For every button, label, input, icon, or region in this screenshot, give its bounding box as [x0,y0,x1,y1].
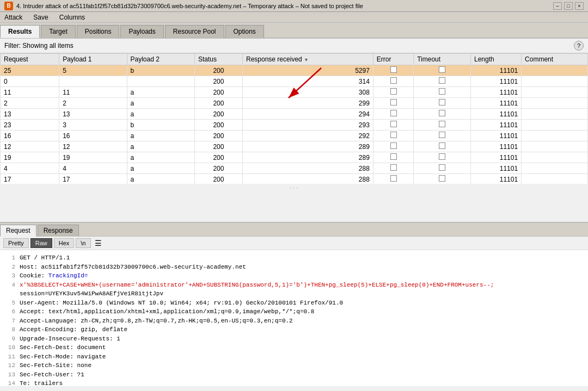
error-checkbox[interactable] [390,164,397,171]
window-controls: – □ × [553,2,584,10]
code-line: 1GET / HTTP/1.1 [4,253,584,263]
table-row[interactable]: 255b200529711101 [1,65,588,76]
results-table: Request Payload 1 Payload 2 Status Respo… [0,53,588,184]
tab-options[interactable]: Options [225,25,264,38]
error-checkbox[interactable] [390,132,397,138]
error-checkbox[interactable] [390,99,397,105]
col-header-length[interactable]: Length [470,54,521,65]
timeout-checkbox[interactable] [439,88,445,95]
tab-payloads[interactable]: Payloads [120,25,163,38]
error-checkbox[interactable] [390,110,397,116]
tab-target[interactable]: Target [41,25,75,38]
code-line: 5User-Agent: Mozilla/5.0 (Windows NT 10.… [4,299,584,308]
col-header-payload1[interactable]: Payload 1 [59,54,127,65]
tab-results[interactable]: Results [0,25,40,38]
table-row[interactable]: 233b20029311101 [1,120,588,131]
error-checkbox[interactable] [390,121,397,127]
table-row[interactable]: 1212a20028911101 [1,141,588,152]
table-row[interactable]: 22a20029911101 [1,98,588,109]
timeout-checkbox[interactable] [439,164,445,171]
pretty-button[interactable]: Pretty [3,238,29,248]
help-button[interactable]: ? [574,41,584,51]
code-line: 3Cookie: TrackingId= [4,271,584,281]
code-line: 11Sec-Fetch-Mode: navigate [4,352,584,362]
code-area[interactable]: 1GET / HTTP/1.12Host: ac511fab1f2f57cb81… [0,250,588,386]
code-line: 2Host: ac511fab1f2f57cb81d32b73009700c6.… [4,263,584,272]
code-line: 8Accept-Encoding: gzip, deflate [4,325,584,334]
timeout-checkbox[interactable] [439,66,445,73]
close-button[interactable]: × [575,2,584,10]
code-line: 14Te: trailers [4,379,584,386]
format-tab-bar: Pretty Raw Hex \n ☰ [0,237,588,250]
code-line: 12Sec-Fetch-Site: none [4,361,584,370]
code-line: 7Accept-Language: zh-CN,zh;q=0.8,zh-TW;q… [4,316,584,326]
timeout-checkbox[interactable] [439,132,445,138]
req-resp-tab-bar: Request Response [0,223,588,237]
error-checkbox[interactable] [390,88,397,95]
timeout-checkbox[interactable] [439,110,445,116]
menu-attack[interactable]: Attack [2,13,24,22]
error-checkbox[interactable] [390,153,397,160]
filter-text: Filter: Showing all items [4,42,74,49]
col-header-status[interactable]: Status [194,54,242,65]
table-row[interactable]: 020031411101 [1,76,588,87]
timeout-checkbox[interactable] [439,99,445,105]
col-header-request[interactable]: Request [1,54,59,65]
table-row[interactable]: 1919a20028911101 [1,152,588,163]
col-header-comment[interactable]: Comment [522,54,588,65]
tab-positions[interactable]: Positions [77,25,120,38]
error-checkbox[interactable] [390,175,397,182]
timeout-checkbox[interactable] [439,175,445,182]
tab-bar: Results Target Positions Payloads Resour… [0,23,588,39]
table-row[interactable]: 1616a20029211101 [1,131,588,141]
title-bar: B 4. Intruder attack of ac511fab1f2f57cb… [0,0,588,12]
code-line: 6Accept: text/html,application/xhtml+xml… [4,307,584,316]
code-line: 10Sec-Fetch-Dest: document [4,343,584,352]
filter-bar: Filter: Showing all items ? [0,39,588,53]
code-line: 13Sec-Fetch-User: ?1 [4,370,584,380]
tab-response[interactable]: Response [38,225,79,237]
results-table-wrapper: Request Payload 1 Payload 2 Status Respo… [0,53,588,192]
table-row[interactable]: 1111a20030811101 [1,87,588,98]
tab-resource-pool[interactable]: Resource Pool [165,25,224,38]
table-row[interactable]: 1313a20029411101 [1,109,588,120]
timeout-checkbox[interactable] [439,142,445,149]
sort-icon: ▼ [304,57,309,63]
menu-columns[interactable]: Columns [57,13,87,22]
code-line: 4x'%3BSELECT+CASE+WHEN+(username='admini… [4,281,584,290]
app-icon: B [4,2,13,10]
results-table-container[interactable]: Request Payload 1 Payload 2 Status Respo… [0,53,588,184]
maximize-button[interactable]: □ [564,2,573,10]
window-title: 4. Intruder attack of ac511fab1f2f57cb81… [16,3,363,9]
bottom-section: Request Response Pretty Raw Hex \n ☰ 1GE… [0,222,588,391]
timeout-checkbox[interactable] [439,77,445,84]
col-header-error[interactable]: Error [373,54,413,65]
ellipsis-indicator: · · · [0,184,588,192]
timeout-checkbox[interactable] [439,121,445,127]
col-header-response[interactable]: Response received ▼ [243,54,373,65]
list-icon[interactable]: ☰ [95,239,102,247]
hex-button[interactable]: Hex [54,238,75,248]
col-header-payload2[interactable]: Payload 2 [127,54,194,65]
raw-button[interactable]: Raw [30,238,52,248]
table-row[interactable]: 44a20028811101 [1,163,588,174]
error-checkbox[interactable] [390,66,397,73]
code-line: 9Upgrade-Insecure-Requests: 1 [4,334,584,344]
timeout-checkbox[interactable] [439,153,445,160]
error-checkbox[interactable] [390,142,397,149]
tab-request[interactable]: Request [0,225,36,237]
newline-button[interactable]: \n [76,238,90,248]
code-line: session=UYEYK3uv54WiPwA8AEfjVe1R81tjtJpv [4,289,584,299]
table-row[interactable]: 1717a20028811101 [1,174,588,184]
col-header-timeout[interactable]: Timeout [414,54,471,65]
error-checkbox[interactable] [390,77,397,84]
menu-save[interactable]: Save [31,13,50,22]
minimize-button[interactable]: – [553,2,562,10]
menu-bar: Attack Save Columns [0,12,588,23]
